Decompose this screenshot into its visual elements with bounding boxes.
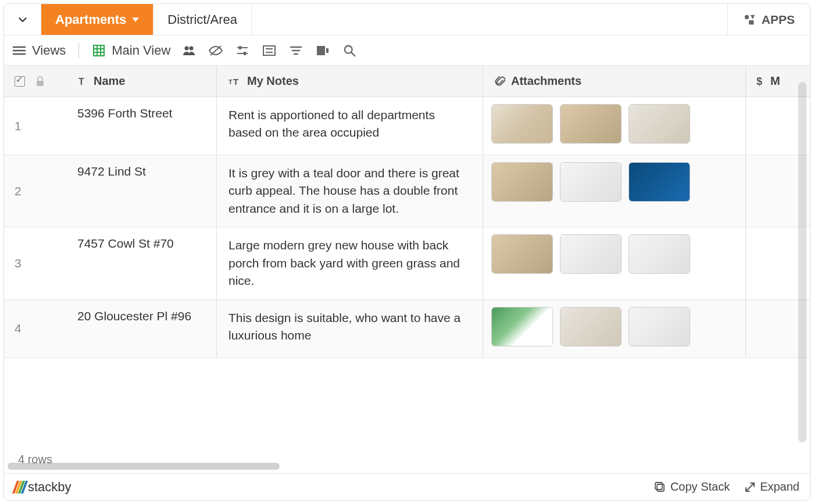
cell-notes[interactable]: This design is suitable, who want to hav… <box>217 300 483 358</box>
svg-text:$: $ <box>756 76 762 87</box>
main-view-label: Main View <box>112 43 170 58</box>
attachment-thumbnail[interactable] <box>560 104 622 144</box>
attachment-thumbnail[interactable] <box>629 104 690 144</box>
row-number: 2 <box>4 155 74 227</box>
cell-attachments[interactable] <box>483 97 746 155</box>
collaborators-button[interactable] <box>181 42 197 59</box>
attachment-thumbnail[interactable] <box>560 307 622 346</box>
table-row[interactable]: 15396 Forth StreetRent is apportioned to… <box>4 97 810 155</box>
attachment-thumbnail[interactable] <box>629 307 690 346</box>
attachment-thumbnail[interactable] <box>491 307 553 346</box>
attachment-thumbnail[interactable] <box>491 162 553 202</box>
expand-label: Expand <box>760 480 799 494</box>
svg-rect-33 <box>657 484 664 491</box>
expand-icon <box>745 482 755 492</box>
svg-rect-17 <box>244 52 246 55</box>
attachment-thumbnail[interactable] <box>560 162 622 202</box>
header-label: Attachments <box>511 74 581 88</box>
grid-icon <box>92 44 106 58</box>
svg-rect-6 <box>94 45 104 56</box>
attachment-thumbnail[interactable] <box>629 162 690 202</box>
main-view-button[interactable]: Main View <box>92 43 170 58</box>
shapes-icon <box>743 13 756 26</box>
row-number: 1 <box>4 97 74 155</box>
svg-rect-34 <box>655 482 662 489</box>
hide-fields-button[interactable] <box>208 42 224 59</box>
vertical-scrollbar[interactable] <box>798 82 806 442</box>
select-all-checkbox[interactable] <box>15 76 25 87</box>
expand-chevron-button[interactable] <box>4 4 41 35</box>
cell-notes[interactable]: It is grey with a teal door and there is… <box>217 155 483 227</box>
caret-down-icon <box>132 17 139 22</box>
table-row[interactable]: 37457 Cowl St #70Large modern grey new h… <box>4 227 810 299</box>
dollar-icon: $ <box>756 76 765 87</box>
svg-point-26 <box>345 45 352 53</box>
hamburger-icon <box>12 45 26 56</box>
brand-name: stackby <box>28 480 72 495</box>
footer-right: Copy Stack Expand <box>654 480 799 494</box>
attachment-thumbnail[interactable] <box>560 234 622 274</box>
header-attachments[interactable]: Attachments <box>483 66 746 96</box>
expand-button[interactable]: Expand <box>745 480 799 494</box>
search-icon <box>343 44 356 57</box>
sliders-icon <box>235 45 249 56</box>
cell-attachments[interactable] <box>483 227 746 299</box>
svg-rect-28 <box>37 81 44 86</box>
svg-marker-1 <box>751 15 755 19</box>
footer: stackby Copy Stack Expand <box>4 473 810 500</box>
copy-label: Copy Stack <box>670 480 730 494</box>
svg-text:T: T <box>78 77 84 87</box>
cell-notes[interactable]: Rent is apportioned to all departments b… <box>217 97 483 155</box>
svg-text:T: T <box>229 78 233 85</box>
apps-button[interactable]: APPS <box>727 4 810 35</box>
chevron-down-icon <box>16 13 29 26</box>
cell-name[interactable]: 9472 Lind St <box>74 155 217 227</box>
header-name[interactable]: T Name <box>74 66 217 96</box>
svg-rect-18 <box>263 46 275 55</box>
cell-notes[interactable]: Large modern grey new house with back po… <box>217 227 483 299</box>
toolbar: Views Main View <box>4 35 810 66</box>
copy-icon <box>654 481 666 493</box>
tabs-bar: Apartments District/Area APPS <box>4 4 810 35</box>
row-height-icon <box>316 45 330 56</box>
attachment-thumbnail[interactable] <box>491 234 553 274</box>
header-label: My Notes <box>247 74 299 88</box>
list-icon <box>262 45 276 56</box>
logo-stripes-icon <box>12 481 28 494</box>
attachment-thumbnail[interactable] <box>629 234 690 274</box>
table-row[interactable]: 29472 Lind StIt is grey with a teal door… <box>4 155 810 227</box>
eye-off-icon <box>208 45 223 56</box>
tab-apartments[interactable]: Apartments <box>41 4 153 35</box>
tab-district-area[interactable]: District/Area <box>153 4 252 35</box>
views-label: Views <box>32 43 66 58</box>
cell-attachments[interactable] <box>483 155 746 227</box>
brand-logo[interactable]: stackby <box>15 480 72 495</box>
header-label: Name <box>94 74 125 88</box>
copy-stack-button[interactable]: Copy Stack <box>654 480 730 494</box>
rows-container: 15396 Forth StreetRent is apportioned to… <box>4 97 810 358</box>
header-notes[interactable]: TT My Notes <box>217 66 483 96</box>
row-height-button[interactable] <box>315 42 331 59</box>
svg-text:T: T <box>233 77 238 87</box>
group-button[interactable] <box>261 42 277 59</box>
table-row[interactable]: 420 Gloucester Pl #96This design is suit… <box>4 300 810 358</box>
search-button[interactable] <box>341 42 358 59</box>
cell-name[interactable]: 20 Gloucester Pl #96 <box>74 300 217 358</box>
grid-header: T Name TT My Notes Attachments $ M <box>4 66 810 97</box>
long-text-icon: TT <box>229 76 241 87</box>
svg-point-12 <box>190 46 194 50</box>
horizontal-scrollbar[interactable] <box>8 463 280 470</box>
header-label: M <box>770 74 780 88</box>
filter-button[interactable] <box>288 42 304 59</box>
cell-name[interactable]: 5396 Forth Street <box>74 97 217 155</box>
cell-attachments[interactable] <box>483 300 746 358</box>
divider <box>78 43 79 58</box>
settings-button[interactable] <box>234 42 251 59</box>
cell-name[interactable]: 7457 Cowl St #70 <box>74 227 217 299</box>
views-button[interactable]: Views <box>12 43 66 58</box>
header-row-number <box>4 66 74 96</box>
row-number: 3 <box>4 227 74 299</box>
attachment-thumbnail[interactable] <box>491 104 553 144</box>
svg-point-0 <box>745 15 749 19</box>
row-number: 4 <box>4 300 74 358</box>
